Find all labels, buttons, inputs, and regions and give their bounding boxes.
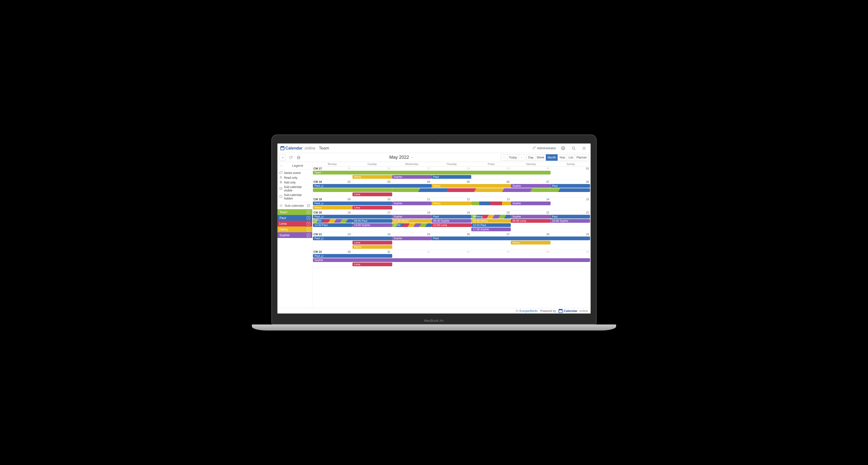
date-cell[interactable]: 27 [392, 166, 432, 170]
date-cell[interactable]: 06 [471, 180, 511, 184]
date-cell[interactable]: 14 [511, 197, 551, 201]
date-cell[interactable]: 26 [432, 232, 471, 236]
event[interactable]: 08:30 Sophie [432, 219, 471, 223]
event[interactable]: Sophie [392, 175, 432, 179]
checkbox-checked-icon[interactable]: ✓ [307, 210, 310, 214]
event[interactable]: Paul [432, 215, 471, 219]
event[interactable]: Lena [352, 241, 392, 244]
date-cell[interactable]: 28 [432, 166, 471, 170]
event[interactable]: 07:00 [313, 219, 352, 223]
calendar-grid[interactable]: MondayTuesdayWednesdayThursdayFridaySatu… [312, 162, 591, 308]
event[interactable]: Henry [313, 206, 352, 209]
admin-link[interactable]: Administrator [532, 146, 556, 150]
checkbox-checked-icon[interactable]: ✓ [307, 216, 310, 220]
event[interactable]: 10:00 Sophie [551, 219, 590, 223]
date-cell[interactable]: 12 [432, 197, 471, 201]
event[interactable]: Henry [352, 245, 392, 249]
next-button[interactable] [519, 154, 525, 161]
date-cell[interactable]: 01 [551, 166, 591, 170]
event[interactable]: Lena [352, 263, 392, 266]
date-cell[interactable]: 24 [352, 232, 392, 236]
event[interactable]: 08:45 Henry [471, 219, 511, 223]
date-cell[interactable]: 11 [392, 197, 432, 201]
event[interactable]: Paul [432, 175, 471, 179]
date-cell[interactable]: 19 [432, 210, 471, 214]
event[interactable]: 17:30 Sophie [471, 228, 511, 231]
date-cell[interactable]: 05 [551, 250, 591, 254]
date-cell[interactable]: 03 [471, 250, 511, 254]
event[interactable]: Henry [352, 175, 392, 179]
view-week[interactable]: Week [535, 154, 546, 161]
date-cell[interactable]: 22 [551, 210, 591, 214]
checkbox-checked-icon[interactable]: ✓ [307, 222, 310, 226]
event[interactable]: Henry [511, 241, 550, 244]
checkbox-checked-icon[interactable]: ✓ [307, 228, 310, 231]
subcalendar-item[interactable]: Henry✓ [277, 227, 312, 232]
event[interactable]: Lena [352, 193, 392, 196]
date-cell[interactable]: 10 [352, 197, 392, 201]
date-cell[interactable]: 08 [551, 180, 591, 184]
event[interactable]: Paul [313, 254, 392, 258]
collapse-sidebar-button[interactable] [279, 154, 286, 161]
date-cell[interactable]: 28 [511, 232, 551, 236]
event[interactable] [392, 188, 590, 192]
date-cell[interactable]: 01 [392, 250, 432, 254]
event[interactable]: Sophie [313, 258, 590, 262]
event[interactable]: Lena [352, 206, 392, 209]
timezone-label[interactable]: Europe/Berlin [520, 309, 538, 313]
date-cell[interactable]: 26 [352, 166, 392, 170]
event[interactable] [471, 201, 511, 205]
event[interactable]: Paul [551, 215, 590, 219]
date-cell[interactable]: 18 [392, 210, 432, 214]
subcalendar-header[interactable]: Sub-calendar [277, 202, 312, 209]
date-cell[interactable]: 31 [352, 250, 392, 254]
brand-logo[interactable]: Calendar.online [280, 146, 315, 151]
date-cell[interactable]: 13 [471, 197, 511, 201]
date-cell[interactable]: 03 [352, 180, 392, 184]
print-button[interactable] [296, 154, 302, 161]
date-cell[interactable]: 29 [551, 232, 591, 236]
event[interactable]: Paul [313, 215, 392, 219]
event[interactable]: Sophie [392, 236, 432, 240]
search-button[interactable] [570, 145, 577, 152]
event[interactable]: Sophie [511, 215, 550, 219]
event[interactable]: Sophie [392, 215, 432, 219]
event[interactable]: Paul [551, 184, 590, 188]
event[interactable]: Paul [313, 236, 392, 240]
date-cell[interactable]: 07 [511, 180, 551, 184]
event[interactable]: 08:45 Paul [352, 219, 392, 223]
date-cell[interactable]: 04 [392, 180, 432, 184]
event[interactable]: 07:30 Henry [392, 219, 432, 223]
event[interactable]: Sophie [511, 184, 550, 188]
checkbox-checked-icon[interactable]: ✓ [307, 233, 310, 237]
subcalendar-item[interactable]: Paul✓ [277, 215, 312, 221]
event[interactable]: 13:30 Paul [313, 223, 352, 227]
menu-button[interactable] [581, 145, 588, 152]
footer-brand[interactable]: Calendar.online [559, 309, 588, 313]
event[interactable]: Paul [313, 201, 392, 205]
timezone[interactable]: Europe/Berlin [516, 309, 538, 313]
view-planner[interactable]: Planner [575, 154, 589, 161]
event[interactable]: Meeting [471, 215, 511, 219]
subcalendar-item[interactable]: Team✓ [277, 209, 312, 215]
date-cell[interactable]: 30 [511, 166, 551, 170]
checkbox-checked-icon[interactable] [307, 204, 310, 207]
event[interactable]: 12:00 Lena [432, 223, 471, 227]
event[interactable]: Sophie [511, 201, 550, 205]
date-cell[interactable]: 02 [432, 250, 471, 254]
date-cell[interactable]: 25 [392, 232, 432, 236]
event[interactable]: Henry [432, 184, 511, 188]
subcalendar-item[interactable]: Lena✓ [277, 221, 312, 227]
date-cell[interactable]: 05 [432, 180, 471, 184]
view-day[interactable]: Day [527, 154, 535, 161]
today-button[interactable]: Today [507, 154, 519, 161]
event[interactable]: Team [313, 171, 551, 174]
legend-header[interactable]: Legend [277, 162, 312, 169]
refresh-button[interactable] [287, 154, 294, 161]
event[interactable]: 08:00 Lena [511, 219, 550, 223]
date-cell[interactable]: 27 [471, 232, 511, 236]
event[interactable]: Sophie [392, 201, 432, 205]
event[interactable]: Paul [432, 236, 590, 240]
event[interactable] [313, 188, 392, 192]
date-cell[interactable]: 17 [352, 210, 392, 214]
